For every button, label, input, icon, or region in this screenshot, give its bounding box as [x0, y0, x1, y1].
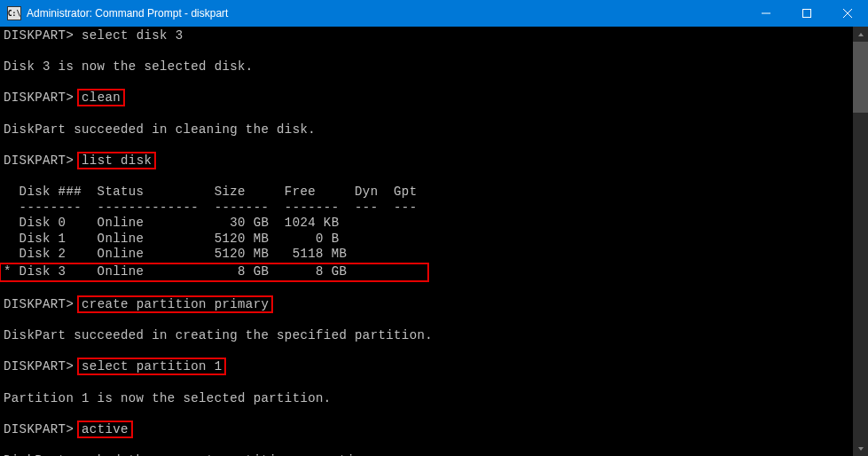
prompt: DISKPART> — [4, 422, 74, 436]
scroll-thumb[interactable] — [853, 42, 868, 113]
minimize-button[interactable] — [746, 0, 786, 27]
prompt: DISKPART> — [4, 28, 74, 43]
output-selected-disk: Disk 3 is now the selected disk. — [4, 59, 254, 74]
scroll-down-button[interactable] — [853, 441, 868, 456]
close-button[interactable] — [827, 0, 868, 27]
prompt: DISKPART> — [4, 90, 74, 105]
output-clean-success: DiskPart succeeded in cleaning the disk. — [4, 122, 316, 137]
scroll-up-button[interactable] — [853, 27, 868, 42]
cmd-select-disk: select disk 3 — [74, 28, 183, 43]
highlight-active: active — [77, 421, 133, 438]
output-create-partition: DiskPart succeeded in creating the speci… — [4, 328, 433, 342]
output-selected-partition: Partition 1 is now the selected partitio… — [4, 391, 332, 405]
cmd-icon: C:\ — [7, 6, 21, 20]
titlebar: C:\ Administrator: Command Prompt - disk… — [0, 0, 868, 27]
svg-rect-1 — [803, 10, 811, 18]
window-title: Administrator: Command Prompt - diskpart — [27, 7, 746, 20]
window-controls — [746, 0, 868, 27]
maximize-button[interactable] — [786, 0, 827, 27]
prompt: DISKPART> — [4, 297, 74, 311]
highlight-create-partition: create partition primary — [77, 295, 273, 313]
table-row: Disk 0 Online 30 GB 1024 KB — [4, 216, 339, 230]
scrollbar[interactable] — [853, 27, 868, 456]
prompt: DISKPART> — [4, 359, 74, 373]
table-header: Disk ### Status Size Free Dyn Gpt — [4, 185, 417, 199]
table-row: Disk 2 Online 5120 MB 5118 MB — [4, 247, 347, 261]
highlight-clean: clean — [77, 89, 125, 106]
table-divider: -------- ------------- ------- ------- -… — [4, 200, 417, 215]
highlight-disk3-row: * Disk 3 Online 8 GB 8 GB — [0, 263, 429, 282]
terminal-output[interactable]: DISKPART> select disk 3 Disk 3 is now th… — [0, 27, 853, 456]
highlight-select-partition: select partition 1 — [77, 358, 226, 375]
prompt: DISKPART> — [4, 153, 74, 168]
highlight-list-disk: list disk — [77, 152, 156, 169]
table-row: Disk 1 Online 5120 MB 0 B — [4, 232, 339, 246]
terminal-area: DISKPART> select disk 3 Disk 3 is now th… — [0, 27, 868, 456]
